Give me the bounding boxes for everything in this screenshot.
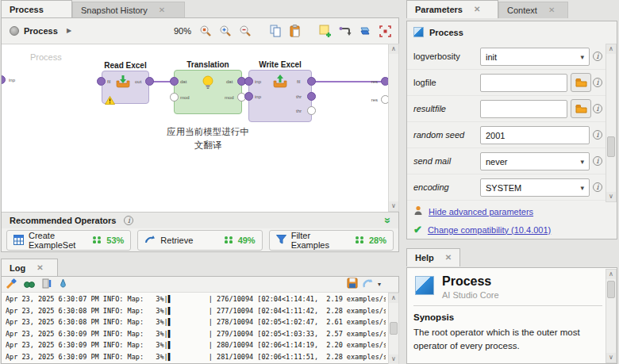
parameters-scrollbar[interactable]: ∧ ∨ [606, 44, 617, 202]
random-seed-input[interactable]: 2001 [480, 126, 590, 144]
log-output[interactable]: Apr 23, 2025 6:30:07 PM INFO: Map: 3%|▌ … [6, 293, 386, 363]
scrollbar-thumb[interactable] [607, 281, 615, 298]
encoding-select[interactable]: SYSTEM ▾ [480, 178, 590, 197]
log-toolbar: ▾ [2, 277, 398, 293]
process-input-port[interactable] [2, 75, 6, 84]
recommended-create-exampleset-button[interactable]: Create ExampleSet 53% [6, 230, 131, 251]
annotation-line1: 应用当前模型进行中 [136, 125, 279, 139]
layout-icon[interactable] [358, 24, 372, 38]
zoom-in-icon[interactable] [218, 24, 233, 38]
param-value: never [486, 157, 508, 167]
log-scrollbar[interactable]: ∧ ∨ [388, 293, 399, 364]
paste-icon[interactable] [288, 24, 302, 38]
tab-snapshot-history[interactable]: Snapshot History ✕ [72, 2, 185, 18]
port-read-excel-out[interactable] [145, 77, 154, 86]
zoom-reset-icon[interactable] [198, 24, 213, 38]
operator-title-translation: Translation [172, 60, 244, 69]
resultfile-browse-button[interactable] [571, 99, 591, 118]
tab-help-label: Help [415, 253, 434, 262]
info-icon[interactable]: i [124, 216, 133, 225]
warning-icon[interactable] [105, 94, 115, 108]
info-icon[interactable]: i [593, 156, 602, 166]
info-icon[interactable]: i [593, 52, 602, 61]
port-label: dat [180, 79, 186, 84]
canvas-scrollbar[interactable]: ∧ ∨ [388, 44, 399, 212]
zoom-out-icon[interactable] [238, 24, 252, 38]
tab-log-label: Log [10, 263, 25, 273]
scroll-up-icon[interactable]: ∧ [389, 293, 398, 303]
hide-advanced-parameters-link[interactable]: Hide advanced parameters [429, 207, 533, 216]
auto-fit-icon[interactable] [378, 24, 392, 38]
search-log-icon[interactable] [24, 278, 35, 292]
dropdown-arrow-icon[interactable]: ▾ [378, 281, 381, 288]
param-label: logverbosity [413, 52, 460, 61]
breadcrumb[interactable]: Process [24, 26, 58, 36]
logverbosity-select[interactable]: init ▾ [480, 48, 590, 66]
scroll-up-icon[interactable]: ∧ [606, 44, 616, 54]
tab-log[interactable]: Log ✕ [1, 259, 58, 277]
help-scrollbar[interactable]: ∧ ∨ [606, 269, 617, 363]
process-result-port-2[interactable] [381, 95, 388, 104]
tab-process[interactable]: Process [1, 0, 72, 18]
clear-log-icon[interactable] [6, 278, 17, 292]
tab-help[interactable]: Help ✕ [406, 248, 460, 266]
info-icon[interactable]: i [593, 78, 602, 87]
marker-icon[interactable] [59, 278, 67, 292]
port-read-excel-fil[interactable] [97, 77, 106, 86]
logfile-browse-button[interactable] [571, 73, 591, 92]
logfile-input[interactable] [480, 74, 567, 92]
add-note-icon[interactable] [318, 24, 333, 38]
scrollbar-thumb[interactable] [390, 322, 398, 335]
close-icon[interactable]: ✕ [37, 264, 43, 272]
process-result-port-1[interactable] [381, 77, 388, 86]
port-translation-dat-in[interactable] [170, 77, 179, 86]
divider [413, 305, 602, 306]
close-icon[interactable]: ✕ [474, 6, 480, 13]
scroll-down-icon[interactable]: ∨ [389, 354, 398, 364]
close-icon[interactable]: ✕ [159, 6, 165, 14]
recommended-filter-examples-button[interactable]: Filter Examples 28% [269, 230, 394, 251]
scrollbar-thumb[interactable] [607, 136, 615, 157]
copy-icon[interactable] [268, 24, 283, 38]
recommended-retrieve-button[interactable]: Retrieve 49% [137, 230, 262, 251]
info-icon[interactable]: i [593, 104, 602, 113]
port-label: fil [107, 79, 110, 84]
scroll-up-icon[interactable]: ∧ [389, 44, 398, 54]
tab-parameters[interactable]: Parameters ✕ [406, 0, 498, 18]
port-label: thr [296, 109, 302, 113]
app-window: Process Snapshot History ✕ Process ▶ 90% [0, 0, 619, 364]
process-canvas[interactable]: Process inp Read Excel [2, 44, 388, 212]
parameters-panel: Process logverbosity init ▾ i logfile [406, 21, 617, 239]
canvas-annotation[interactable]: 应用当前模型进行中 文翻译 [136, 125, 279, 151]
export-log-icon[interactable] [363, 278, 373, 292]
port-write-excel-thr2[interactable] [307, 106, 316, 115]
param-value: SYSTEM [486, 183, 521, 193]
port-write-excel-fil[interactable] [307, 77, 316, 86]
dropdown-arrow-icon: ▾ [580, 158, 584, 166]
recommended-percent: 49% [238, 236, 256, 245]
send-mail-select[interactable]: never ▾ [480, 152, 590, 171]
param-row-random-seed: random seed 2001 i [407, 122, 606, 148]
scroll-up-icon[interactable]: ∧ [606, 270, 616, 279]
port-write-excel-inp1[interactable] [244, 77, 253, 86]
resultfile-input[interactable] [480, 100, 567, 118]
close-icon[interactable]: ✕ [445, 254, 452, 262]
change-compatibility-link[interactable]: Change compatibility (10.4.001) [428, 225, 551, 235]
collapse-chevron-icon[interactable]: » [382, 217, 394, 222]
scroll-down-icon[interactable]: ∨ [606, 353, 616, 362]
port-write-excel-inp2[interactable] [244, 92, 253, 101]
auto-wire-icon[interactable] [338, 24, 352, 38]
edit-log-icon[interactable] [42, 278, 52, 292]
info-icon[interactable]: i [593, 130, 602, 140]
tab-context[interactable]: Context ✕ [498, 2, 568, 18]
close-icon[interactable]: ✕ [548, 6, 555, 14]
info-icon[interactable]: i [593, 182, 602, 192]
breadcrumb-arrow-icon: ▶ [67, 27, 71, 34]
port-write-excel-thr1[interactable] [307, 92, 316, 101]
port-translation-mod-in[interactable] [170, 93, 179, 102]
save-log-icon[interactable] [347, 278, 358, 292]
help-subtitle: AI Studio Core [442, 290, 499, 300]
scroll-down-icon[interactable]: ∨ [389, 201, 398, 211]
scroll-down-icon[interactable]: ∨ [606, 192, 616, 201]
help-title: Process [442, 274, 491, 289]
